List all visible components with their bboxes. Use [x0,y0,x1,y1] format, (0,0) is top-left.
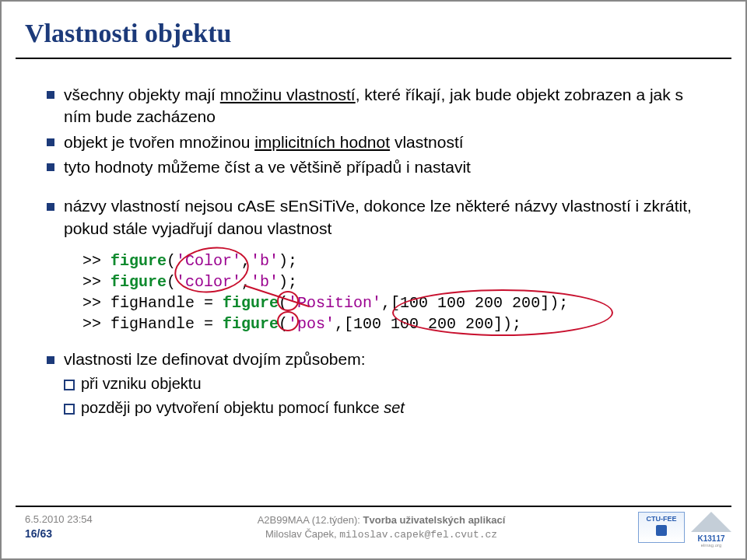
code-line-4: >> figHandle = figure('pos',[100 100 200… [82,313,714,334]
text: všechny objekty mají [64,86,220,103]
code-str: 'Position' [288,294,381,312]
code-text: ( [167,252,176,270]
lion-icon [656,525,667,536]
k13117-logo: K13117 elmag.org [691,512,731,543]
footer-right: CTU-FEE K13117 elmag.org [638,512,731,543]
code-kw: figure [223,294,279,312]
prompt: >> figHandle = [82,294,223,312]
code-text: ); [279,273,297,291]
prompt: >> [82,252,110,270]
code-text: ,[100 100 200 200]); [335,315,521,333]
subbullet-2: později po vytvoření objektu pomocí funk… [47,397,714,418]
code-line-3: >> figHandle = figure('Position',[100 10… [82,292,714,313]
footer-author: Miloslav Čapek, [265,528,339,540]
code-text: ( [279,294,288,312]
bullet-4: názvy vlastností nejsou cAsE sEnSiTiVe, … [47,195,714,240]
code-line-2: >> figure('color','b'); [82,271,714,292]
code-line-1: >> figure('Color','b'); [82,250,714,271]
text: objekt je tvořen množinou [64,133,254,151]
text: později po vytvoření objektu pomocí funk… [81,399,384,416]
footer-center: A2B99MAA (12.týden): Tvorba uživatelskýc… [157,513,605,541]
footer-date: 6.5.2010 23:54 [25,513,93,527]
ctu-fee-logo: CTU-FEE [638,512,685,543]
bullet-1: všechny objekty mají množinu vlastností,… [47,84,714,128]
code-str: 'Color' [176,252,241,270]
code-str: 'color' [176,273,241,291]
bullet-5: vlastnosti lze definovat dvojím způsobem… [47,348,714,370]
footer: 6.5.2010 23:54 16/63 A2B99MAA (12.týden)… [2,506,745,558]
content-area: všechny objekty mají množinu vlastností,… [47,84,714,422]
code-str: 'pos' [288,315,335,333]
code-text: ); [279,252,297,270]
footer-email: miloslav.capek@fel.cvut.cz [339,529,497,541]
code-text: , [241,252,251,270]
code-kw: figure [110,273,167,291]
footer-course: A2B99MAA (12.týden): [258,514,363,526]
slide: Vlastnosti objektu všechny objekty mají … [0,0,747,560]
code-text: ,[100 100 200 200]); [381,294,568,312]
subbullet-1: při vzniku objektu [47,373,714,394]
prompt: >> figHandle = [82,315,223,333]
code-block: >> figure('Color','b'); >> figure('color… [82,250,714,334]
prompt: >> [82,273,110,291]
code-kw: figure [110,252,167,270]
title-rule [16,58,731,59]
logo-subtext: elmag.org [691,543,731,548]
footer-page: 16/63 [25,527,93,541]
text-underline: implicitních hodnot [254,133,390,151]
footer-topic: Tvorba uživatelských aplikací [363,514,506,526]
bullet-3: tyto hodnoty můžeme číst a ve většině př… [47,156,714,178]
code-kw: figure [223,315,279,333]
logo-text: CTU-FEE [647,515,677,523]
code-str: 'b' [251,273,279,291]
footer-left: 6.5.2010 23:54 16/63 [25,513,93,541]
code-text: ( [279,315,288,333]
code-str: 'b' [251,252,279,270]
slide-title: Vlastnosti objektu [25,19,231,48]
bullet-2: objekt je tvořen množinou implicitních h… [47,131,714,153]
footer-rule [16,506,731,507]
text: vlastností [390,133,464,151]
code-text: , [241,273,251,291]
triangle-icon [691,512,731,532]
text-underline: množinu vlastností [220,86,356,103]
logo-text: K13117 [691,534,731,543]
code-text: ( [167,273,176,291]
text-italic: set [384,399,405,416]
